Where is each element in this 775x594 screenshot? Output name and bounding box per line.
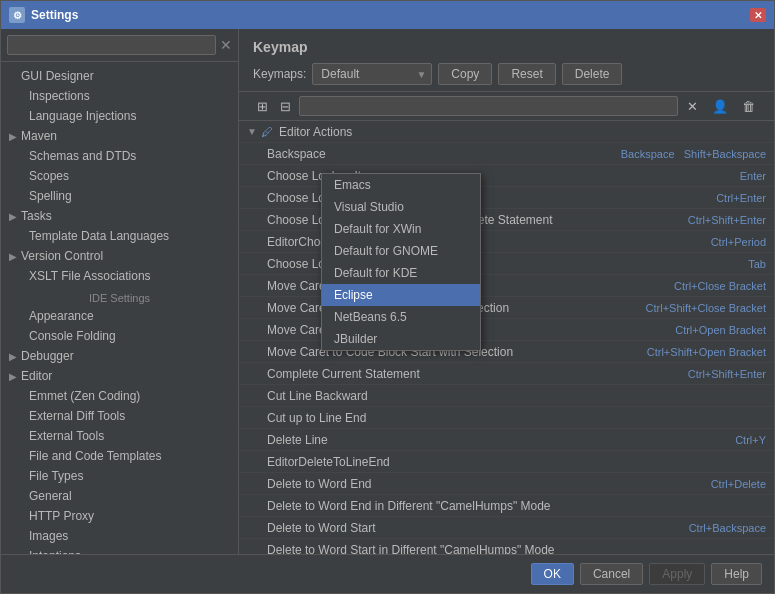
dropdown-item-netbeans[interactable]: NetBeans 6.5 [322,306,480,328]
action-row-delete-word-end[interactable]: Delete to Word End Ctrl+Delete [239,473,774,495]
copy-button[interactable]: Copy [438,63,492,85]
sidebar-item-language-injections[interactable]: Language Injections [1,106,238,126]
action-name: Complete Current Statement [267,367,688,381]
action-row-caret-block-start[interactable]: Move Caret to Code Block Start Ctrl+Open… [239,319,774,341]
expand-all-button[interactable]: ⊞ [253,97,272,116]
clear-search-button[interactable]: ✕ [682,97,703,116]
sidebar-item-images[interactable]: Images [1,526,238,546]
tree-root-row[interactable]: ▼ 🖊 Editor Actions [239,121,774,143]
apply-button[interactable]: Apply [649,563,705,585]
settings-window: ⚙ Settings ✕ ✕ GUI Designer Inspections [0,0,775,594]
tree-collapse-icon: ▼ [247,126,261,137]
action-row-caret-block-end-sel[interactable]: Move Caret to Code Block End with Select… [239,297,774,319]
sidebar-item-file-code-templates[interactable]: File and Code Templates [1,446,238,466]
sidebar-item-debugger[interactable]: ▶ Debugger [1,346,238,366]
editor-icon: 🖊 [261,125,275,139]
arrow-icon: ▶ [9,211,19,222]
action-shortcut: Ctrl+Shift+Enter [688,214,766,226]
action-row-choose-replace[interactable]: Choose Lookup Item Replace Tab [239,253,774,275]
find-user-shortcut-button[interactable]: 👤 [707,97,733,116]
collapse-all-button[interactable]: ⊟ [276,97,295,116]
action-name: Backspace [267,147,621,161]
sidebar-item-schemas[interactable]: Schemas and DTDs [1,146,238,166]
sidebar-item-version-control[interactable]: ▶ Version Control [1,246,238,266]
dropdown-item-jbuilder[interactable]: JBuilder [322,328,480,350]
sidebar-list: GUI Designer Inspections Language Inject… [1,62,238,554]
action-row-choose-invoke[interactable]: Choose Lookup Item and Invoke Complete S… [239,209,774,231]
dropdown-item-xwin[interactable]: Default for XWin [322,218,480,240]
arrow-icon: ▶ [9,251,19,262]
sidebar-item-external-tools[interactable]: External Tools [1,426,238,446]
content-area: ✕ GUI Designer Inspections Language Inje… [1,29,774,554]
dropdown-item-gnome[interactable]: Default for GNOME [322,240,480,262]
sidebar-item-label: Appearance [29,309,94,323]
action-row-delete-line[interactable]: Delete Line Ctrl+Y [239,429,774,451]
action-shortcut: Ctrl+Backspace [689,522,766,534]
sidebar-search-clear[interactable]: ✕ [220,37,232,53]
close-button[interactable]: ✕ [750,8,766,22]
sidebar-search-input[interactable] [7,35,216,55]
action-row-delete-line-end[interactable]: EditorDeleteToLineEnd [239,451,774,473]
reset-button[interactable]: Reset [498,63,555,85]
sidebar-item-spelling[interactable]: Spelling [1,186,238,206]
arrow-icon: ▶ [9,371,19,382]
cancel-button[interactable]: Cancel [580,563,643,585]
sidebar-item-editor[interactable]: ▶ Editor [1,366,238,386]
ide-settings-section: IDE Settings [1,286,238,306]
keymap-select-wrapper: Default ▼ [312,63,432,85]
sidebar-item-file-types[interactable]: File Types [1,466,238,486]
action-shortcut: Ctrl+Shift+Close Bracket [646,302,766,314]
sidebar-item-gui-designer[interactable]: GUI Designer [1,66,238,86]
action-shortcut: Ctrl+Close Bracket [674,280,766,292]
action-row-delete-word-start-camel[interactable]: Delete to Word Start in Different "Camel… [239,539,774,554]
action-row-choose-lookup[interactable]: Choose Lookup Item Enter [239,165,774,187]
action-row-caret-block-start-sel[interactable]: Move Caret to Code Block Start with Sele… [239,341,774,363]
sidebar-item-label: Editor [21,369,52,383]
action-row-backspace[interactable]: Backspace Backspace Shift+Backspace [239,143,774,165]
action-row-choose-dot[interactable]: EditorChooseLookupItemDot Ctrl+Period [239,231,774,253]
sidebar-item-scopes[interactable]: Scopes [1,166,238,186]
delete-button[interactable]: Delete [562,63,623,85]
action-row-delete-word-start[interactable]: Delete to Word Start Ctrl+Backspace [239,517,774,539]
help-button[interactable]: Help [711,563,762,585]
sidebar-item-label: File and Code Templates [29,449,162,463]
keymap-dropdown[interactable]: Default [312,63,432,85]
keymap-search-input[interactable] [299,96,678,116]
dropdown-item-emacs[interactable]: Emacs [322,174,480,196]
dropdown-item-visual-studio[interactable]: Visual Studio [322,196,480,218]
sidebar-item-intentions[interactable]: Intentions [1,546,238,554]
dropdown-item-eclipse[interactable]: Eclipse [322,284,480,306]
action-shortcut: Ctrl+Open Bracket [675,324,766,336]
action-row-delete-word-end-camel[interactable]: Delete to Word End in Different "CamelHu… [239,495,774,517]
sidebar-item-template-data[interactable]: Template Data Languages [1,226,238,246]
action-row-caret-block-end[interactable]: Move Caret to Code Block End Ctrl+Close … [239,275,774,297]
sidebar-item-appearance[interactable]: Appearance [1,306,238,326]
sidebar-item-label: Version Control [21,249,103,263]
action-row-complete-statement[interactable]: Complete Current Statement Ctrl+Shift+En… [239,363,774,385]
window-icon: ⚙ [9,7,25,23]
action-row-cut-backward[interactable]: Cut Line Backward [239,385,774,407]
sidebar-item-general[interactable]: General [1,486,238,506]
keymap-controls: Keymaps: Default ▼ Copy Reset Delete [253,63,760,85]
sidebar-item-label: Maven [21,129,57,143]
dropdown-item-kde[interactable]: Default for KDE [322,262,480,284]
action-name: Cut Line Backward [267,389,766,403]
action-shortcut: Ctrl+Shift+Enter [688,368,766,380]
window-title: Settings [31,8,78,22]
sidebar-item-http-proxy[interactable]: HTTP Proxy [1,506,238,526]
sidebar-item-tasks[interactable]: ▶ Tasks [1,206,238,226]
sidebar-item-inspections[interactable]: Inspections [1,86,238,106]
sidebar-item-maven[interactable]: ▶ Maven [1,126,238,146]
ok-button[interactable]: OK [531,563,574,585]
sidebar-item-external-diff[interactable]: External Diff Tools [1,406,238,426]
action-row-cut-line-end[interactable]: Cut up to Line End [239,407,774,429]
sidebar-item-label: File Types [29,469,83,483]
sidebar-item-label: GUI Designer [21,69,94,83]
sidebar-item-label: Language Injections [29,109,136,123]
sidebar-item-emmet[interactable]: Emmet (Zen Coding) [1,386,238,406]
action-shortcut: Enter [740,170,766,182]
sidebar-item-console-folding[interactable]: Console Folding [1,326,238,346]
trash-button[interactable]: 🗑 [737,97,760,116]
action-row-choose-lookup-always[interactable]: Choose Lookup Item Always Ctrl+Enter [239,187,774,209]
sidebar-item-xslt[interactable]: XSLT File Associations [1,266,238,286]
